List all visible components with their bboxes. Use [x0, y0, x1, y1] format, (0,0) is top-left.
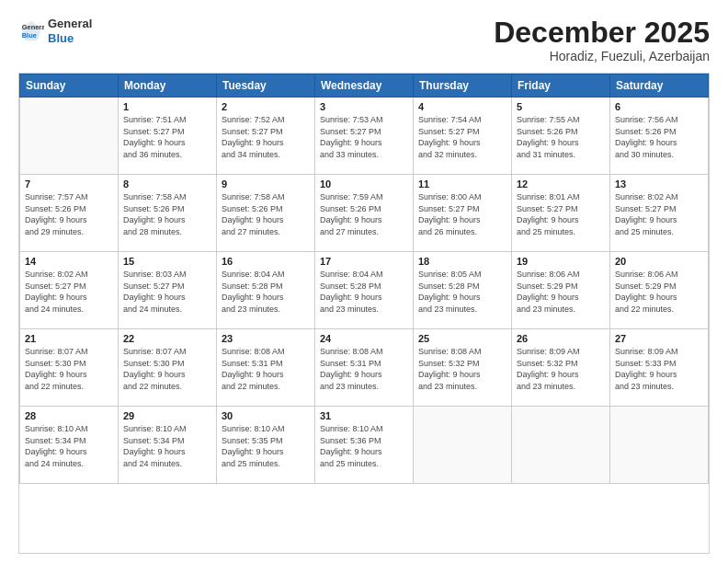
day-info: Sunrise: 8:09 AMSunset: 5:33 PMDaylight:…	[615, 346, 703, 392]
day-number: 27	[615, 333, 703, 344]
location: Horadiz, Fuezuli, Azerbaijan	[494, 49, 710, 63]
calendar-cell: 2Sunrise: 7:52 AMSunset: 5:27 PMDaylight…	[217, 98, 315, 175]
day-info: Sunrise: 7:53 AMSunset: 5:27 PMDaylight:…	[320, 114, 408, 160]
calendar-cell: 11Sunrise: 8:00 AMSunset: 5:27 PMDayligh…	[414, 175, 512, 252]
day-number: 1	[123, 101, 211, 112]
weekday-thursday: Thursday	[414, 75, 512, 98]
calendar-cell	[20, 98, 119, 175]
day-info: Sunrise: 8:10 AMSunset: 5:35 PMDaylight:…	[222, 423, 310, 469]
day-info: Sunrise: 8:07 AMSunset: 5:30 PMDaylight:…	[123, 346, 211, 392]
weekday-tuesday: Tuesday	[217, 75, 315, 98]
day-info: Sunrise: 7:56 AMSunset: 5:26 PMDaylight:…	[615, 114, 703, 160]
weekday-sunday: Sunday	[20, 75, 119, 98]
calendar-cell: 15Sunrise: 8:03 AMSunset: 5:27 PMDayligh…	[119, 252, 217, 329]
calendar-cell: 16Sunrise: 8:04 AMSunset: 5:28 PMDayligh…	[217, 252, 315, 329]
day-number: 13	[615, 178, 703, 190]
month-title: December 2025	[494, 17, 710, 49]
calendar-cell	[512, 407, 610, 484]
calendar-cell: 20Sunrise: 8:06 AMSunset: 5:29 PMDayligh…	[610, 252, 709, 329]
calendar-cell: 22Sunrise: 8:07 AMSunset: 5:30 PMDayligh…	[119, 329, 217, 407]
day-info: Sunrise: 8:08 AMSunset: 5:31 PMDaylight:…	[320, 346, 408, 392]
calendar: SundayMondayTuesdayWednesdayThursdayFrid…	[18, 73, 710, 554]
day-info: Sunrise: 7:58 AMSunset: 5:26 PMDaylight:…	[222, 191, 310, 237]
day-number: 18	[418, 256, 506, 267]
day-number: 5	[517, 101, 605, 112]
calendar-cell: 6Sunrise: 7:56 AMSunset: 5:26 PMDaylight…	[610, 98, 709, 175]
day-number: 21	[25, 333, 113, 344]
page: General Blue General Blue December 2025 …	[0, 0, 728, 563]
calendar-cell: 19Sunrise: 8:06 AMSunset: 5:29 PMDayligh…	[512, 252, 610, 329]
day-number: 3	[320, 101, 408, 112]
day-info: Sunrise: 8:02 AMSunset: 5:27 PMDaylight:…	[25, 269, 113, 315]
day-number: 17	[320, 256, 408, 267]
day-info: Sunrise: 7:59 AMSunset: 5:26 PMDaylight:…	[320, 191, 408, 237]
calendar-cell: 30Sunrise: 8:10 AMSunset: 5:35 PMDayligh…	[217, 407, 315, 484]
day-number: 22	[123, 333, 211, 344]
day-info: Sunrise: 8:02 AMSunset: 5:27 PMDaylight:…	[615, 191, 703, 237]
day-info: Sunrise: 8:07 AMSunset: 5:30 PMDaylight:…	[25, 346, 113, 392]
calendar-cell: 29Sunrise: 8:10 AMSunset: 5:34 PMDayligh…	[119, 407, 217, 484]
calendar-cell: 5Sunrise: 7:55 AMSunset: 5:26 PMDaylight…	[512, 98, 610, 175]
day-info: Sunrise: 8:04 AMSunset: 5:28 PMDaylight:…	[320, 269, 408, 315]
calendar-cell: 31Sunrise: 8:10 AMSunset: 5:36 PMDayligh…	[315, 407, 414, 484]
day-number: 29	[123, 410, 211, 421]
header: General Blue General Blue December 2025 …	[18, 17, 710, 63]
day-number: 30	[222, 410, 310, 421]
day-info: Sunrise: 7:57 AMSunset: 5:26 PMDaylight:…	[25, 191, 113, 237]
day-info: Sunrise: 8:10 AMSunset: 5:34 PMDaylight:…	[123, 423, 211, 469]
calendar-cell: 23Sunrise: 8:08 AMSunset: 5:31 PMDayligh…	[217, 329, 315, 407]
logo-icon: General Blue	[18, 18, 44, 44]
day-number: 8	[123, 178, 211, 190]
calendar-cell: 27Sunrise: 8:09 AMSunset: 5:33 PMDayligh…	[610, 329, 709, 407]
calendar-cell: 9Sunrise: 7:58 AMSunset: 5:26 PMDaylight…	[217, 175, 315, 252]
day-info: Sunrise: 8:00 AMSunset: 5:27 PMDaylight:…	[418, 191, 506, 237]
day-number: 24	[320, 333, 408, 344]
logo-general: General	[48, 17, 92, 31]
title-block: December 2025 Horadiz, Fuezuli, Azerbaij…	[494, 17, 710, 63]
calendar-cell: 21Sunrise: 8:07 AMSunset: 5:30 PMDayligh…	[20, 329, 119, 407]
day-info: Sunrise: 8:08 AMSunset: 5:31 PMDaylight:…	[222, 346, 310, 392]
calendar-cell: 7Sunrise: 7:57 AMSunset: 5:26 PMDaylight…	[20, 175, 119, 252]
weekday-saturday: Saturday	[610, 75, 709, 98]
day-info: Sunrise: 8:09 AMSunset: 5:32 PMDaylight:…	[517, 346, 605, 392]
calendar-cell: 17Sunrise: 8:04 AMSunset: 5:28 PMDayligh…	[315, 252, 414, 329]
day-number: 16	[222, 256, 310, 267]
day-number: 26	[517, 333, 605, 344]
day-info: Sunrise: 8:03 AMSunset: 5:27 PMDaylight:…	[123, 269, 211, 315]
calendar-cell: 14Sunrise: 8:02 AMSunset: 5:27 PMDayligh…	[20, 252, 119, 329]
day-number: 2	[222, 101, 310, 112]
day-number: 10	[320, 178, 408, 190]
day-number: 7	[25, 178, 113, 190]
calendar-cell: 8Sunrise: 7:58 AMSunset: 5:26 PMDaylight…	[119, 175, 217, 252]
day-number: 28	[25, 410, 113, 421]
logo: General Blue General Blue	[18, 17, 92, 45]
weekday-monday: Monday	[119, 75, 217, 98]
day-number: 31	[320, 410, 408, 421]
calendar-cell: 18Sunrise: 8:05 AMSunset: 5:28 PMDayligh…	[414, 252, 512, 329]
day-info: Sunrise: 8:04 AMSunset: 5:28 PMDaylight:…	[222, 269, 310, 315]
day-number: 19	[517, 256, 605, 267]
day-info: Sunrise: 8:08 AMSunset: 5:32 PMDaylight:…	[418, 346, 506, 392]
day-number: 25	[418, 333, 506, 344]
calendar-cell	[414, 407, 512, 484]
calendar-cell: 4Sunrise: 7:54 AMSunset: 5:27 PMDaylight…	[414, 98, 512, 175]
day-number: 14	[25, 256, 113, 267]
day-info: Sunrise: 8:05 AMSunset: 5:28 PMDaylight:…	[418, 269, 506, 315]
calendar-cell: 12Sunrise: 8:01 AMSunset: 5:27 PMDayligh…	[512, 175, 610, 252]
day-info: Sunrise: 7:58 AMSunset: 5:26 PMDaylight:…	[123, 191, 211, 237]
calendar-cell: 24Sunrise: 8:08 AMSunset: 5:31 PMDayligh…	[315, 329, 414, 407]
calendar-cell: 25Sunrise: 8:08 AMSunset: 5:32 PMDayligh…	[414, 329, 512, 407]
day-info: Sunrise: 7:55 AMSunset: 5:26 PMDaylight:…	[517, 114, 605, 160]
calendar-cell	[610, 407, 709, 484]
day-number: 11	[418, 178, 506, 190]
svg-text:Blue: Blue	[22, 30, 37, 39]
day-number: 12	[517, 178, 605, 190]
day-number: 20	[615, 256, 703, 267]
weekday-wednesday: Wednesday	[315, 75, 414, 98]
calendar-cell: 3Sunrise: 7:53 AMSunset: 5:27 PMDaylight…	[315, 98, 414, 175]
weekday-header-row: SundayMondayTuesdayWednesdayThursdayFrid…	[20, 75, 709, 98]
calendar-cell: 10Sunrise: 7:59 AMSunset: 5:26 PMDayligh…	[315, 175, 414, 252]
calendar-cell: 26Sunrise: 8:09 AMSunset: 5:32 PMDayligh…	[512, 329, 610, 407]
logo-blue: Blue	[48, 31, 92, 46]
day-info: Sunrise: 7:51 AMSunset: 5:27 PMDaylight:…	[123, 114, 211, 160]
